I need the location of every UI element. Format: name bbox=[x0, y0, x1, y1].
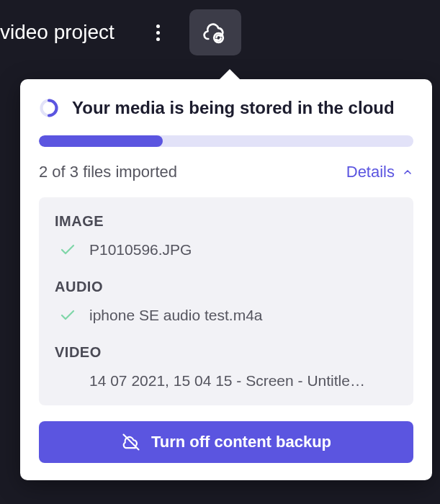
cloud-sync-icon bbox=[202, 19, 228, 45]
list-item: P1010596.JPG bbox=[55, 238, 398, 271]
spinner-icon bbox=[39, 98, 59, 118]
chevron-up-icon bbox=[402, 166, 413, 178]
file-name: P1010596.JPG bbox=[89, 241, 192, 258]
file-name: 14 07 2021, 15 04 15 - Screen - Untitle… bbox=[89, 372, 365, 390]
section-label-audio: AUDIO bbox=[55, 279, 398, 295]
cloud-off-icon bbox=[121, 432, 141, 452]
top-bar: video project bbox=[0, 0, 440, 65]
list-item: 14 07 2021, 15 04 15 - Screen - Untitle… bbox=[55, 369, 398, 390]
turn-off-backup-button[interactable]: Turn off content backup bbox=[39, 421, 413, 463]
backup-button-label: Turn off content backup bbox=[151, 433, 331, 451]
project-title: video project bbox=[0, 21, 115, 44]
popover-arrow bbox=[218, 69, 241, 81]
progress-bar bbox=[39, 135, 413, 147]
section-label-image: IMAGE bbox=[55, 213, 398, 230]
details-label: Details bbox=[346, 163, 395, 181]
check-icon bbox=[59, 307, 76, 324]
cloud-sync-popover: Your media is being stored in the cloud … bbox=[20, 79, 432, 480]
section-label-video: VIDEO bbox=[55, 344, 398, 361]
status-text: Your media is being stored in the cloud bbox=[72, 98, 395, 118]
progress-fill bbox=[39, 135, 163, 147]
status-row: Your media is being stored in the cloud bbox=[39, 98, 413, 118]
check-icon bbox=[59, 241, 76, 258]
files-box: IMAGE P1010596.JPG AUDIO iphone SE audio… bbox=[39, 197, 413, 405]
details-toggle[interactable]: Details bbox=[346, 163, 413, 181]
count-row: 2 of 3 files imported Details bbox=[39, 163, 413, 181]
more-options-button[interactable] bbox=[143, 17, 174, 48]
list-item: iphone SE audio test.m4a bbox=[55, 304, 398, 337]
project-title-wrap: video project bbox=[0, 0, 132, 65]
cloud-sync-button[interactable] bbox=[189, 9, 241, 55]
count-text: 2 of 3 files imported bbox=[39, 163, 177, 181]
file-name: iphone SE audio test.m4a bbox=[89, 307, 263, 324]
kebab-icon bbox=[156, 24, 160, 41]
